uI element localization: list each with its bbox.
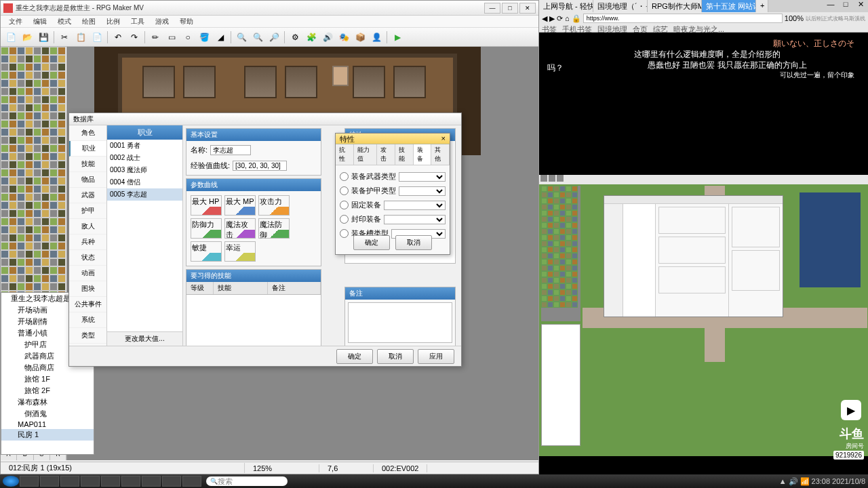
menu-tools[interactable]: 工具 [125, 16, 150, 27]
undo-icon[interactable]: ↶ [111, 30, 125, 45]
db-cat-兵种[interactable]: 兵种 [69, 235, 106, 250]
home-icon[interactable]: ⌂ [565, 14, 570, 22]
radio-1[interactable] [340, 186, 349, 195]
tab-attack[interactable]: 攻击 [377, 144, 395, 165]
address-input[interactable] [583, 14, 783, 23]
param-card[interactable]: 魔法防御 [258, 218, 290, 239]
task-item[interactable] [101, 476, 120, 487]
cancel-button[interactable]: 取消 [377, 349, 414, 364]
back-icon[interactable]: ◀ [542, 14, 547, 23]
forward-icon[interactable]: ▶ [549, 14, 555, 23]
cut-icon[interactable]: ✂ [57, 30, 72, 45]
name-input[interactable] [210, 145, 251, 155]
open-icon[interactable]: 📂 [20, 30, 35, 45]
browser-close-icon[interactable]: ✕ [853, 0, 868, 12]
video-area[interactable]: 吗？ 願いない、正しさのそ 这哪里有什么逻辑难度啊，全是介绍形的 愚蠢也好 丑陋… [539, 33, 868, 175]
event-icon[interactable]: 🎭 [336, 30, 351, 45]
radio-select[interactable] [384, 201, 446, 210]
sub-ok-button[interactable]: 确定 [353, 235, 390, 250]
db-cat-动画[interactable]: 动画 [69, 266, 106, 281]
zoomout-icon[interactable]: 🔍 [250, 30, 265, 45]
browser-tab-active[interactable]: 第十五波 网站记录 共... [702, 0, 756, 12]
paste-icon[interactable]: 📄 [90, 30, 104, 45]
mini-tileset[interactable] [541, 186, 580, 321]
bookmark[interactable]: 合页 [633, 24, 648, 33]
tree-item[interactable]: 旅馆 1F [1, 373, 94, 385]
db-cat-职业[interactable]: 职业 [69, 141, 106, 157]
db-cat-角色[interactable]: 角色 [69, 125, 106, 141]
browser-tab[interactable]: 国境地理（´・っ・） [593, 0, 648, 12]
db-cat-类型[interactable]: 类型 [69, 328, 106, 344]
radio-3[interactable] [340, 215, 349, 224]
db-cat-图块[interactable]: 图块 [69, 281, 106, 297]
menu-game[interactable]: 游戏 [150, 16, 174, 27]
zoom11-icon[interactable]: 🔎 [267, 30, 281, 45]
browser-max-icon[interactable]: □ [838, 0, 853, 12]
list-item[interactable]: 0001 勇者 [107, 140, 182, 152]
rect-icon[interactable]: ▭ [164, 30, 179, 45]
task-item[interactable] [20, 476, 39, 487]
menu-edit[interactable]: 编辑 [28, 16, 52, 27]
task-item[interactable] [81, 476, 100, 487]
bookmark[interactable]: 手机书签 [562, 24, 592, 33]
browser-min-icon[interactable]: — [823, 0, 838, 12]
database-icon[interactable]: ⚙ [288, 30, 302, 45]
pencil-icon[interactable]: ✏ [148, 30, 163, 45]
new-tab-button[interactable]: + [756, 0, 768, 12]
bookmark[interactable]: 书签 [542, 24, 557, 33]
maximize-button[interactable]: □ [502, 3, 518, 14]
memo-textarea[interactable] [348, 302, 452, 343]
param-card[interactable]: 敏捷 [191, 241, 222, 262]
menu-draw[interactable]: 绘图 [77, 16, 101, 27]
radio-select[interactable] [399, 172, 446, 182]
close-icon[interactable]: × [441, 134, 446, 143]
ok-button[interactable]: 确定 [336, 349, 373, 364]
mini-tool-icon[interactable] [549, 175, 555, 182]
ellipse-icon[interactable]: ○ [180, 30, 195, 45]
db-cat-武器[interactable]: 武器 [69, 188, 106, 203]
tray-icon[interactable]: ▲ [779, 477, 787, 485]
tab-skill[interactable]: 技能 [395, 144, 414, 165]
db-cat-系统[interactable]: 系统 [69, 312, 106, 328]
minimize-button[interactable]: — [484, 3, 500, 14]
tree-item[interactable]: 旅馆 2F [1, 385, 94, 396]
fill-icon[interactable]: 🪣 [197, 30, 212, 45]
task-item[interactable] [40, 476, 59, 487]
tree-item-selected[interactable]: 民房 1 [1, 429, 94, 441]
task-item[interactable] [142, 476, 161, 487]
menu-help[interactable]: 帮助 [174, 16, 199, 27]
task-item[interactable] [162, 476, 181, 487]
db-cat-公共事件[interactable]: 公共事件 [69, 297, 106, 312]
reload-icon[interactable]: ⟳ [557, 14, 563, 23]
param-card[interactable]: 攻击力 [258, 195, 290, 216]
param-card[interactable]: 最大 MP [224, 195, 256, 216]
param-card[interactable]: 幸运 [224, 241, 256, 262]
tab-equip[interactable]: 装备 [414, 144, 432, 165]
param-card[interactable]: 最大 HP [191, 195, 222, 216]
change-max-button[interactable]: 更改最大值... [107, 331, 182, 346]
db-cat-护甲[interactable]: 护甲 [69, 203, 106, 219]
task-item[interactable] [121, 476, 140, 487]
redo-icon[interactable]: ↷ [127, 30, 142, 45]
tree-item[interactable]: MAP011 [1, 420, 94, 429]
tray-icon[interactable]: 📶 [800, 477, 810, 486]
menu-scale[interactable]: 比例 [101, 16, 125, 27]
radio-2[interactable] [340, 201, 349, 209]
radio-0[interactable] [340, 172, 349, 181]
taskbar-search[interactable]: 🔍 搜索 [206, 476, 288, 486]
radio-select[interactable] [399, 186, 446, 196]
play-overlay-icon[interactable]: ▶ [841, 400, 861, 420]
menu-file[interactable]: 文件 [3, 16, 28, 27]
list-item[interactable]: 0003 魔法师 [107, 164, 182, 176]
plugin-icon[interactable]: 🧩 [304, 30, 319, 45]
save-icon[interactable]: 💾 [36, 30, 51, 45]
copy-icon[interactable]: 📋 [73, 30, 88, 45]
new-icon[interactable]: 📄 [3, 30, 18, 45]
tray-icon[interactable]: 🔊 [789, 477, 798, 486]
list-item[interactable]: 0002 战士 [107, 152, 182, 164]
mini-tree[interactable] [541, 324, 580, 446]
radio-select[interactable] [384, 215, 446, 224]
res-icon[interactable]: 📦 [353, 30, 368, 45]
db-cat-状态[interactable]: 状态 [69, 250, 106, 266]
param-card[interactable]: 防御力 [191, 218, 222, 239]
